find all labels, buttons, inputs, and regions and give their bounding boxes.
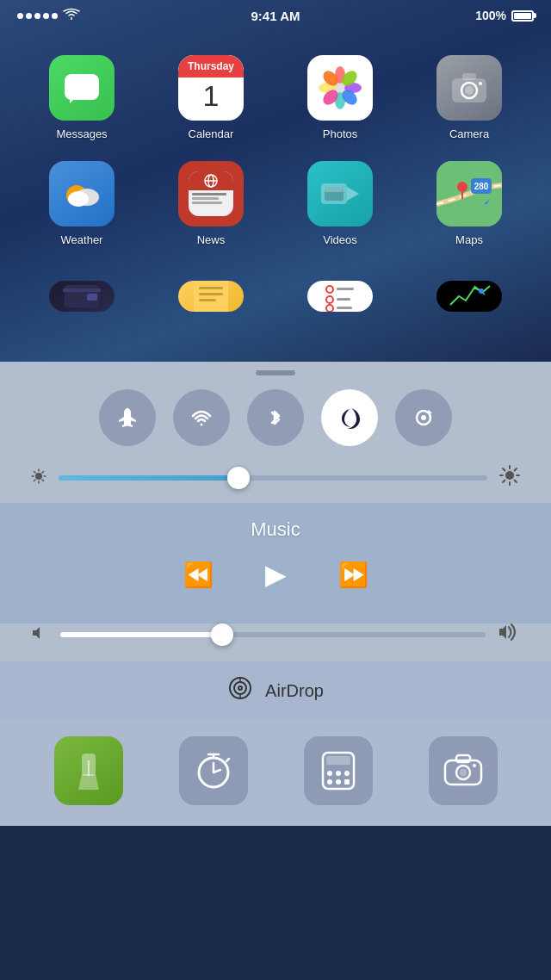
svg-point-70: [238, 686, 242, 690]
wifi-toggle[interactable]: [173, 389, 230, 446]
svg-rect-83: [326, 756, 350, 765]
signal-area: [17, 8, 80, 23]
svg-marker-74: [78, 774, 99, 790]
app-stocks-partial: [405, 270, 534, 322]
maps-icon: 280: [436, 161, 502, 226]
calendar-icon: Thursday 1: [178, 55, 244, 121]
svg-rect-36: [199, 293, 223, 295]
svg-point-69: [234, 682, 246, 694]
svg-line-67: [503, 481, 505, 483]
svg-point-14: [465, 86, 474, 95]
app-photos[interactable]: Photos: [276, 45, 405, 151]
bluetooth-toggle[interactable]: [247, 389, 304, 446]
svg-rect-12: [462, 73, 476, 80]
videos-icon: [307, 161, 373, 226]
app-maps[interactable]: 280 Maps: [405, 151, 534, 257]
drag-handle: [256, 370, 295, 375]
wallet-icon: [49, 281, 115, 312]
app-weather[interactable]: Weather: [17, 151, 146, 257]
stocks-icon: [436, 281, 502, 312]
svg-point-18: [68, 191, 89, 207]
svg-rect-32: [63, 288, 101, 292]
app-wallet-partial: [17, 270, 146, 322]
battery-area: 100%: [475, 9, 534, 22]
play-button[interactable]: ▶: [265, 558, 287, 591]
volume-control: [0, 623, 551, 661]
airdrop-section[interactable]: AirDrop: [0, 661, 551, 721]
svg-point-42: [326, 305, 333, 312]
calculator-button[interactable]: [304, 736, 373, 805]
music-title: Music: [34, 518, 517, 541]
notes-icon: [178, 281, 244, 312]
svg-rect-41: [337, 298, 350, 301]
weather-label: Weather: [61, 233, 103, 246]
svg-point-50: [35, 473, 42, 480]
app-camera[interactable]: Camera: [405, 45, 534, 151]
app-messages[interactable]: Messages: [17, 45, 146, 151]
svg-line-64: [503, 468, 505, 471]
rotation-lock-toggle[interactable]: [395, 389, 452, 446]
cc-bottom-buttons: [0, 721, 551, 826]
do-not-disturb-toggle[interactable]: [321, 389, 378, 446]
calendar-label: Calendar: [189, 127, 234, 140]
videos-label: Videos: [323, 233, 357, 246]
reminders-icon: [307, 281, 373, 312]
signal-dot-2: [26, 13, 32, 19]
calendar-day-num: 1: [203, 79, 220, 112]
svg-rect-37: [199, 299, 216, 301]
svg-marker-23: [347, 187, 359, 201]
app-reminders-partial: [276, 270, 405, 322]
svg-rect-25: [325, 187, 344, 192]
fast-forward-button[interactable]: ⏩: [338, 561, 368, 589]
rewind-button[interactable]: ⏪: [183, 561, 214, 589]
signal-dots: [17, 13, 58, 19]
svg-point-59: [505, 471, 514, 480]
brightness-slider[interactable]: [59, 475, 487, 481]
svg-rect-0: [65, 74, 99, 100]
music-controls: ⏪ ▶ ⏩: [34, 558, 517, 591]
news-label: News: [197, 233, 226, 246]
volume-slider[interactable]: [60, 632, 486, 637]
app-videos[interactable]: Videos: [276, 151, 405, 257]
volume-low-icon: [31, 625, 48, 645]
svg-line-65: [515, 481, 517, 483]
svg-point-86: [344, 771, 350, 776]
svg-point-84: [327, 771, 332, 776]
cc-handle[interactable]: [0, 362, 551, 381]
app-row3: [0, 270, 551, 322]
svg-point-94: [473, 764, 476, 767]
status-bar: 9:41 AM 100%: [0, 0, 551, 31]
svg-point-85: [336, 771, 341, 776]
svg-rect-34: [194, 281, 228, 312]
flashlight-button[interactable]: [54, 736, 123, 805]
svg-line-81: [226, 759, 229, 761]
svg-point-29: [457, 182, 467, 192]
maps-label: Maps: [455, 233, 483, 246]
svg-rect-91: [456, 755, 470, 762]
control-center: Music ⏪ ▶ ⏩: [0, 362, 551, 826]
photos-icon: [307, 55, 373, 121]
camera-shortcut-button[interactable]: [429, 736, 498, 805]
app-news[interactable]: News: [146, 151, 276, 257]
news-icon: [178, 161, 244, 226]
svg-point-45: [479, 288, 484, 294]
svg-line-66: [515, 468, 517, 471]
svg-line-58: [34, 480, 36, 481]
svg-rect-39: [337, 288, 354, 290]
svg-rect-33: [87, 294, 97, 301]
battery-icon: [511, 10, 534, 22]
brightness-control: [0, 460, 551, 503]
camera-icon: [436, 55, 502, 121]
camera-label: Camera: [449, 127, 489, 140]
svg-point-87: [327, 779, 332, 785]
signal-dot-4: [43, 13, 49, 19]
messages-label: Messages: [56, 127, 107, 140]
timer-button[interactable]: [179, 736, 248, 805]
calendar-day-name: Thursday: [188, 60, 234, 72]
svg-point-88: [336, 779, 341, 785]
music-section: Music ⏪ ▶ ⏩: [0, 503, 551, 623]
airplane-mode-toggle[interactable]: [99, 389, 156, 446]
volume-high-icon: [498, 623, 520, 646]
app-calendar[interactable]: Thursday 1 Calendar: [146, 45, 276, 151]
svg-line-56: [42, 480, 44, 481]
